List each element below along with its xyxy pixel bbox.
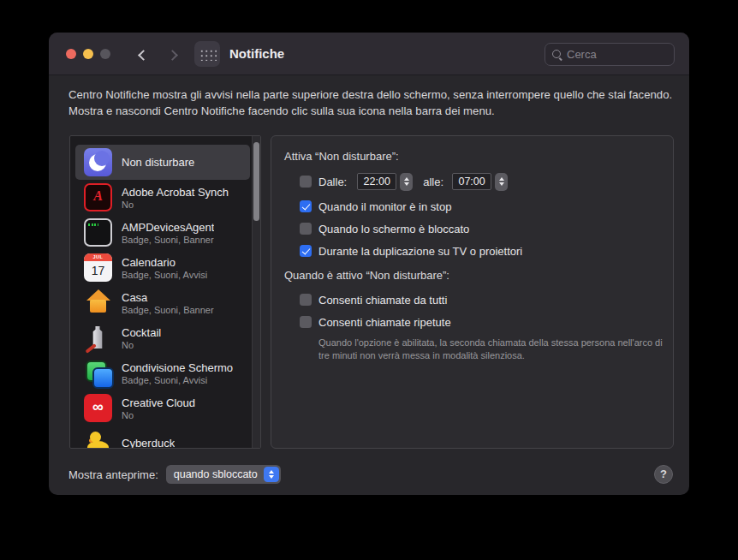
when-active-options: Consenti chiamate da tutti Consenti chia… [284,289,660,333]
app-name: Creative Cloud [122,396,195,409]
app-subtitle: Badge, Suoni, Banner [122,305,214,315]
minimize-button[interactable] [83,49,93,59]
schedule-from-label: Dalle: [318,176,347,188]
app-icon [84,218,112,247]
forward-button [164,45,184,64]
description-text: Centro Notifiche mostra gli avvisi nella… [68,86,674,119]
chevron-right-icon [167,50,178,61]
checkbox-label: Consenti chiamate da tutti [318,294,447,307]
app-subtitle: No [122,200,229,210]
sidebar-app-row[interactable]: Creative Cloud No [75,390,250,426]
checkbox-label: Consenti chiamate ripetute [318,316,451,329]
app-subtitle: No [122,340,161,350]
titlebar: Notifiche [49,33,689,75]
stepper-down-icon [499,182,504,186]
app-texts: Adobe Acrobat Synch No [122,186,229,210]
app-name: Cyberduck [122,437,175,449]
stepper-up-icon [404,177,409,181]
app-icon [84,148,112,176]
time-to-stepper[interactable] [495,173,508,191]
checkbox-label: Quando lo schermo è bloccato [318,223,469,235]
app-texts: Calendario Badge, Suoni, Avvisi [122,256,207,280]
checkbox[interactable] [300,316,312,328]
sidebar-app-row[interactable]: Calendario Badge, Suoni, Avvisi [75,250,250,285]
app-name: Condivisione Schermo [122,361,233,374]
time-from-field[interactable]: 22:00 [357,173,396,190]
show-all-preferences-button[interactable] [194,41,220,67]
app-name: Casa [122,291,214,304]
time-from-stepper[interactable] [400,173,413,191]
time-to-field[interactable]: 07:00 [452,173,491,190]
app-name: Non disturbare [122,156,194,169]
schedule-checkbox[interactable] [300,176,312,188]
sidebar-app-row[interactable]: AMPDevicesAgent Badge, Suoni, Banner [75,215,250,250]
app-texts: Cocktail No [122,326,161,350]
scrollbar-thumb[interactable] [253,142,259,221]
page-title: Notifiche [229,33,284,75]
app-texts: Condivisione Schermo Badge, Suoni, Avvis… [122,361,233,385]
popup-arrows-icon [264,467,279,482]
activate-options: Quando il monitor è in stop Quando lo sc… [284,195,660,262]
sidebar-app-row[interactable]: Cyberduck [75,426,250,449]
app-icon [84,183,112,211]
section-title-when-active: Quando è attivo “Non disturbare”: [284,269,660,282]
schedule-row: Dalle: 22:00 alle: 07:00 [300,171,660,192]
checkbox-row: Durante la duplicazione su TV o proietto… [300,240,660,262]
repeated-calls-footnote: Quando l'opzione è abilitata, la seconda… [318,337,663,362]
show-previews-label: Mostra anteprime: [68,468,158,481]
checkbox[interactable] [300,223,312,235]
app-texts: Cyberduck [122,437,175,449]
checkbox-label: Durante la duplicazione su TV o proietto… [318,245,522,258]
help-button[interactable]: ? [654,465,673,484]
app-sidebar: Non disturbare Adobe Acrobat Synch No AM… [69,135,261,449]
app-icon [84,394,112,422]
chevron-left-icon [138,50,149,61]
app-texts: Non disturbare [122,156,194,169]
checkbox-label: Quando il monitor è in stop [318,200,451,213]
app-subtitle: No [122,410,195,420]
section-title-activate: Attiva “Non disturbare”: [284,150,660,163]
search-icon [551,49,562,60]
app-texts: Creative Cloud No [122,396,195,420]
scrollbar-track[interactable] [252,136,260,448]
sidebar-app-row[interactable]: Cocktail No [75,320,250,355]
sidebar-app-row[interactable]: Adobe Acrobat Synch No [75,180,250,215]
app-icon [84,289,112,317]
schedule-to-label: alle: [423,176,443,188]
sidebar-app-row[interactable]: Non disturbare [75,145,250,180]
app-texts: AMPDevicesAgent Badge, Suoni, Banner [122,221,214,245]
app-subtitle: Badge, Suoni, Banner [122,235,214,245]
popup-selected-value: quando sbloccato [174,468,258,480]
checkbox[interactable] [300,294,312,306]
back-button[interactable] [131,45,152,64]
app-subtitle: Badge, Suoni, Avvisi [122,270,207,280]
checkbox[interactable] [300,200,312,212]
app-icon [84,253,112,282]
checkbox-row: Quando lo schermo è bloccato [300,217,660,240]
app-name: AMPDevicesAgent [122,221,214,234]
app-icon [84,429,112,449]
stepper-up-icon [499,177,504,181]
traffic-lights [66,49,110,59]
sidebar-app-row[interactable]: Casa Badge, Suoni, Banner [75,285,250,320]
footer-bar: Mostra anteprime: quando sbloccato ? [68,464,673,485]
sidebar-app-row[interactable]: Condivisione Schermo Badge, Suoni, Avvis… [75,355,250,390]
app-subtitle: Badge, Suoni, Avvisi [122,375,233,385]
app-icon [84,359,112,387]
preferences-window: Notifiche Centro Notifiche mostra gli av… [49,33,689,495]
checkbox[interactable] [300,245,312,257]
app-icon [84,324,112,352]
checkbox-row: Consenti chiamate ripetute [300,311,660,333]
app-name: Cocktail [122,326,161,339]
app-name: Adobe Acrobat Synch [122,186,229,199]
app-list: Non disturbare Adobe Acrobat Synch No AM… [70,136,260,449]
search-field[interactable] [545,43,675,66]
checkbox-row: Quando il monitor è in stop [300,195,660,217]
checkbox-row: Consenti chiamate da tutti [300,289,660,311]
search-input[interactable] [567,48,668,61]
close-button[interactable] [66,49,76,59]
show-previews-popup[interactable]: quando sbloccato [166,465,281,484]
app-name: Calendario [122,256,207,269]
zoom-button [100,49,110,59]
stepper-down-icon [404,182,409,186]
